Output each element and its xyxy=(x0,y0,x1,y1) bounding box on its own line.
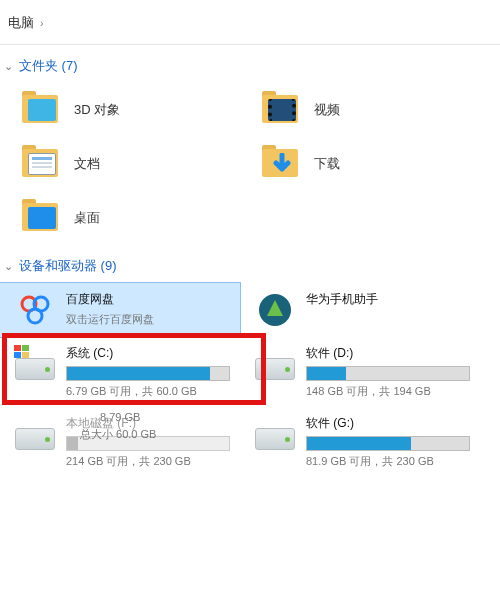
section-title: 文件夹 (7) xyxy=(19,57,78,75)
folder-label: 视频 xyxy=(314,101,340,119)
drive-c[interactable]: 系统 (C:) 6.79 GB 可用，共 60.0 GB xyxy=(0,337,240,407)
folder-downloads[interactable]: 下载 xyxy=(240,137,480,191)
section-header-folders[interactable]: ⌄ 文件夹 (7) xyxy=(0,51,500,79)
drive-g[interactable]: 软件 (G:) 81.9 GB 可用，共 230 GB xyxy=(240,407,480,477)
folder-label: 文档 xyxy=(74,155,100,173)
folder-label: 下载 xyxy=(314,155,340,173)
folder-icon xyxy=(260,143,302,185)
folder-icon xyxy=(20,89,62,131)
app-subtitle: 双击运行百度网盘 xyxy=(66,312,230,327)
drive-info-text: 81.9 GB 可用，共 230 GB xyxy=(306,454,470,469)
huawei-icon xyxy=(254,291,296,329)
drive-d[interactable]: 软件 (D:) 148 GB 可用，共 194 GB xyxy=(240,337,480,407)
drive-icon xyxy=(254,415,296,453)
folder-videos[interactable]: 视频 xyxy=(240,83,480,137)
folder-3d-objects[interactable]: 3D 对象 xyxy=(0,83,240,137)
app-title: 华为手机助手 xyxy=(306,291,470,308)
usage-bar xyxy=(306,436,470,451)
svg-rect-4 xyxy=(14,345,21,351)
chevron-down-icon: ⌄ xyxy=(4,60,13,73)
svg-point-2 xyxy=(28,309,42,323)
drive-info-text: 6.79 GB 可用，共 60.0 GB xyxy=(66,384,230,399)
drive-title: 软件 (G:) xyxy=(306,415,470,432)
folder-desktop[interactable]: 桌面 xyxy=(0,191,240,245)
baidu-icon xyxy=(14,291,56,329)
drives-grid: 百度网盘 双击运行百度网盘 华为手机助手 系统 (C:) 6.79 GB 可用，… xyxy=(0,279,500,477)
drive-info-text: 214 GB 可用，共 230 GB xyxy=(66,454,230,469)
drive-icon xyxy=(14,415,56,453)
folder-icon xyxy=(260,89,302,131)
app-baidu-netdisk[interactable]: 百度网盘 双击运行百度网盘 xyxy=(0,283,240,337)
drive-info-text: 148 GB 可用，共 194 GB xyxy=(306,384,470,399)
breadcrumb[interactable]: 电脑 › xyxy=(0,0,500,44)
app-title: 百度网盘 xyxy=(66,291,230,308)
chevron-right-icon: › xyxy=(40,17,44,29)
folder-documents[interactable]: 文档 xyxy=(0,137,240,191)
tooltip-line: 总大小 60.0 GB xyxy=(80,427,156,442)
tooltip-line: 8.79 GB xyxy=(100,411,140,423)
drive-icon xyxy=(254,345,296,383)
usage-bar xyxy=(66,366,230,381)
section-title: 设备和驱动器 (9) xyxy=(19,257,117,275)
folder-label: 桌面 xyxy=(74,209,100,227)
drive-icon xyxy=(14,345,56,383)
folder-icon xyxy=(20,143,62,185)
usage-bar xyxy=(306,366,470,381)
app-huawei-assistant[interactable]: 华为手机助手 xyxy=(240,283,480,337)
chevron-down-icon: ⌄ xyxy=(4,260,13,273)
folders-grid: 3D 对象 视频 文档 下载 桌面 xyxy=(0,79,500,245)
drive-title: 系统 (C:) xyxy=(66,345,230,362)
drive-f[interactable]: 本地磁盘 (F:) 214 GB 可用，共 230 GB 8.79 GB 总大小… xyxy=(0,407,240,477)
breadcrumb-label: 电脑 xyxy=(8,14,34,32)
svg-rect-5 xyxy=(22,345,29,351)
folder-icon xyxy=(20,197,62,239)
section-header-drives[interactable]: ⌄ 设备和驱动器 (9) xyxy=(0,251,500,279)
folder-label: 3D 对象 xyxy=(74,101,120,119)
divider xyxy=(0,44,500,45)
drive-title: 软件 (D:) xyxy=(306,345,470,362)
